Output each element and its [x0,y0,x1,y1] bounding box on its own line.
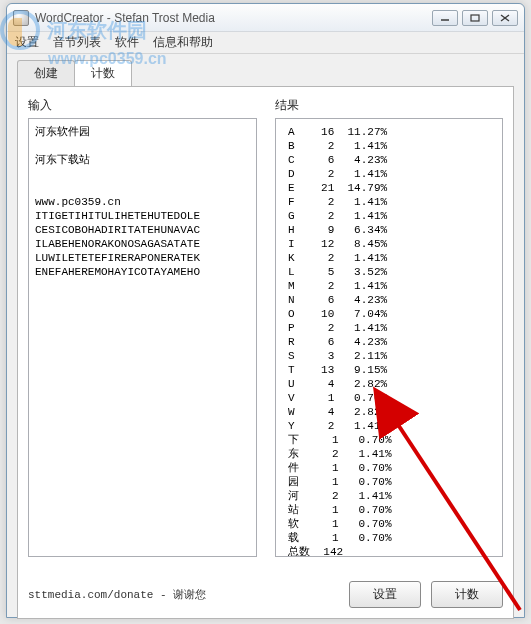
tab-count[interactable]: 计数 [74,60,132,86]
tab-create[interactable]: 创建 [17,60,75,86]
close-icon [500,14,510,22]
donate-link[interactable]: sttmedia.com/donate - 谢谢您 [28,587,206,602]
maximize-button[interactable] [462,10,488,26]
settings-button[interactable]: 设置 [349,581,421,608]
menu-help[interactable]: 信息和帮助 [153,34,213,51]
close-button[interactable] [492,10,518,26]
menu-syllable-list[interactable]: 音节列表 [53,34,101,51]
minimize-button[interactable] [432,10,458,26]
svg-rect-1 [471,15,479,21]
menubar: 设置 音节列表 软件 信息和帮助 [7,32,524,54]
tabbar: 创建 计数 [7,54,524,86]
count-button[interactable]: 计数 [431,581,503,608]
result-label: 结果 [275,97,504,114]
maximize-icon [470,14,480,22]
result-textarea[interactable]: A 16 11.27% B 2 1.41% C 6 4.23% D 2 1.41… [275,118,504,557]
titlebar[interactable]: WordCreator - Stefan Trost Media [7,4,524,32]
window-title: WordCreator - Stefan Trost Media [35,11,215,25]
minimize-icon [440,14,450,22]
input-textarea[interactable]: 河东软件园 河东下载站 www.pc0359.cn ITIGETIHITULIH… [28,118,257,557]
menu-settings[interactable]: 设置 [15,34,39,51]
tab-panel-count: 输入 河东软件园 河东下载站 www.pc0359.cn ITIGETIHITU… [17,86,514,619]
menu-software[interactable]: 软件 [115,34,139,51]
app-icon [13,10,29,26]
app-window: WordCreator - Stefan Trost Media 设置 音节列表… [6,3,525,618]
input-label: 输入 [28,97,257,114]
